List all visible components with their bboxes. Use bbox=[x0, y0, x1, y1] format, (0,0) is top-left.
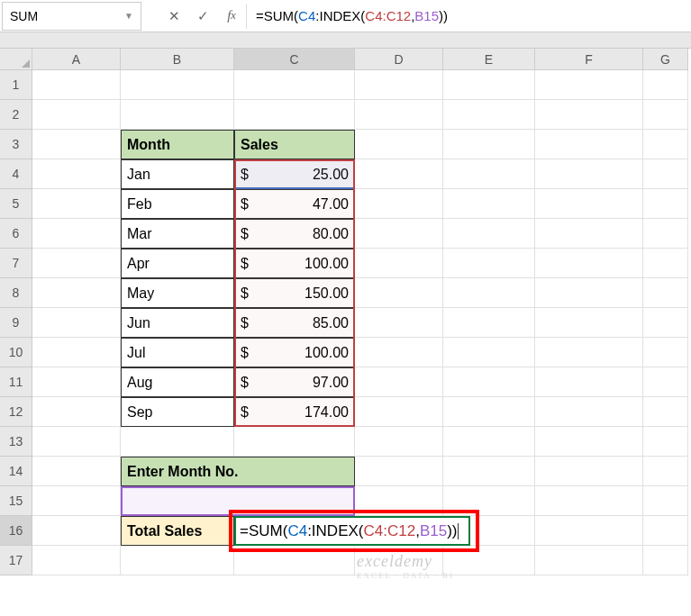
cell-G2[interactable] bbox=[643, 100, 688, 130]
cell-B16[interactable]: Total Sales bbox=[121, 516, 234, 546]
cell-C7[interactable]: $100.00 bbox=[234, 249, 355, 278]
cell-E17[interactable] bbox=[443, 546, 535, 575]
cell-D1[interactable] bbox=[355, 70, 443, 100]
cell-C13[interactable] bbox=[234, 427, 355, 457]
cell-A4[interactable] bbox=[32, 159, 121, 189]
cell-E10[interactable] bbox=[443, 338, 535, 367]
cell-D3[interactable] bbox=[355, 130, 443, 159]
cell-D12[interactable] bbox=[355, 397, 443, 427]
cell-C12[interactable]: $174.00 bbox=[234, 397, 355, 427]
cell-F14[interactable] bbox=[535, 457, 643, 486]
cell-A8[interactable] bbox=[32, 278, 121, 308]
cell-E2[interactable] bbox=[443, 100, 535, 130]
cell-G13[interactable] bbox=[643, 427, 688, 457]
row-header-1[interactable]: 1 bbox=[0, 70, 32, 100]
cell-B5[interactable]: Feb bbox=[121, 189, 234, 219]
cell-C3[interactable]: Sales bbox=[234, 130, 355, 159]
cell-E15[interactable] bbox=[443, 486, 535, 516]
cell-F6[interactable] bbox=[535, 219, 643, 249]
cell-F1[interactable] bbox=[535, 70, 643, 100]
col-header-D[interactable]: D bbox=[355, 49, 443, 70]
cell-B8[interactable]: May bbox=[121, 278, 234, 308]
cell-D15[interactable] bbox=[355, 486, 443, 516]
cell-B4[interactable]: Jan bbox=[121, 159, 234, 189]
cell-C8[interactable]: $150.00 bbox=[234, 278, 355, 308]
namebox-dropdown-icon[interactable]: ▼ bbox=[124, 11, 133, 21]
row-header-9[interactable]: 9 bbox=[0, 308, 32, 338]
col-header-F[interactable]: F bbox=[535, 49, 643, 70]
col-header-A[interactable]: A bbox=[32, 49, 121, 70]
formula-bar-input[interactable]: =SUM(C4:INDEX(C4:C12,B15)) bbox=[246, 4, 691, 29]
cell-G8[interactable] bbox=[643, 278, 688, 308]
row-header-3[interactable]: 3 bbox=[0, 130, 32, 159]
select-all-button[interactable] bbox=[0, 49, 32, 70]
cell-A14[interactable] bbox=[32, 457, 121, 486]
cell-C1[interactable] bbox=[234, 70, 355, 100]
cell-B6[interactable]: Mar bbox=[121, 219, 234, 249]
cell-C5[interactable]: $47.00 bbox=[234, 189, 355, 219]
cell-F11[interactable] bbox=[535, 367, 643, 397]
cell-B7[interactable]: Apr bbox=[121, 249, 234, 278]
cell-F2[interactable] bbox=[535, 100, 643, 130]
fx-button[interactable]: fx bbox=[217, 4, 246, 29]
row-header-5[interactable]: 5 bbox=[0, 189, 32, 219]
cell-D13[interactable] bbox=[355, 427, 443, 457]
cell-G11[interactable] bbox=[643, 367, 688, 397]
cell-C6[interactable]: $80.00 bbox=[234, 219, 355, 249]
row-header-4[interactable]: 4 bbox=[0, 159, 32, 189]
cell-F12[interactable] bbox=[535, 397, 643, 427]
cell-E5[interactable] bbox=[443, 189, 535, 219]
cell-F10[interactable] bbox=[535, 338, 643, 367]
cell-B12[interactable]: Sep bbox=[121, 397, 234, 427]
cell-A1[interactable] bbox=[32, 70, 121, 100]
cell-A3[interactable] bbox=[32, 130, 121, 159]
cell-E1[interactable] bbox=[443, 70, 535, 100]
cell-D14[interactable] bbox=[355, 457, 443, 486]
cell-A6[interactable] bbox=[32, 219, 121, 249]
cell-G16[interactable] bbox=[643, 516, 688, 546]
row-header-14[interactable]: 14 bbox=[0, 457, 32, 486]
cell-E12[interactable] bbox=[443, 397, 535, 427]
cell-A15[interactable] bbox=[32, 486, 121, 516]
col-header-G[interactable]: G bbox=[643, 49, 688, 70]
cell-G17[interactable] bbox=[643, 546, 688, 575]
cell-E11[interactable] bbox=[443, 367, 535, 397]
row-header-13[interactable]: 13 bbox=[0, 427, 32, 457]
cell-G3[interactable] bbox=[643, 130, 688, 159]
cell-G1[interactable] bbox=[643, 70, 688, 100]
cell-A9[interactable] bbox=[32, 308, 121, 338]
row-header-8[interactable]: 8 bbox=[0, 278, 32, 308]
cell-F13[interactable] bbox=[535, 427, 643, 457]
cell-A13[interactable] bbox=[32, 427, 121, 457]
cell-E7[interactable] bbox=[443, 249, 535, 278]
cell-E6[interactable] bbox=[443, 219, 535, 249]
cell-C9[interactable]: $85.00 bbox=[234, 308, 355, 338]
cell-D4[interactable] bbox=[355, 159, 443, 189]
cell-F9[interactable] bbox=[535, 308, 643, 338]
name-box[interactable]: SUM ▼ bbox=[2, 2, 141, 31]
cell-A11[interactable] bbox=[32, 367, 121, 397]
row-header-12[interactable]: 12 bbox=[0, 397, 32, 427]
row-header-17[interactable]: 17 bbox=[0, 546, 32, 575]
cell-C17[interactable] bbox=[234, 546, 355, 575]
row-header-16[interactable]: 16 bbox=[0, 516, 32, 546]
cell-B10[interactable]: Jul bbox=[121, 338, 234, 367]
cell-B13[interactable] bbox=[121, 427, 234, 457]
cell-D7[interactable] bbox=[355, 249, 443, 278]
cell-B1[interactable] bbox=[121, 70, 234, 100]
cell-F17[interactable] bbox=[535, 546, 643, 575]
cell-D5[interactable] bbox=[355, 189, 443, 219]
cell-A17[interactable] bbox=[32, 546, 121, 575]
cell-B14[interactable]: Enter Month No. bbox=[121, 457, 355, 486]
cell-F8[interactable] bbox=[535, 278, 643, 308]
cell-G6[interactable] bbox=[643, 219, 688, 249]
cell-A5[interactable] bbox=[32, 189, 121, 219]
cell-A7[interactable] bbox=[32, 249, 121, 278]
cell-B17[interactable] bbox=[121, 546, 234, 575]
cancel-button[interactable]: ✕ bbox=[159, 4, 188, 29]
cell-editor[interactable]: =SUM(C4:INDEX(C4:C12,B15)) bbox=[234, 516, 470, 546]
cell-C4[interactable]: $25.00 bbox=[234, 159, 355, 189]
cell-C10[interactable]: $100.00 bbox=[234, 338, 355, 367]
cell-A2[interactable] bbox=[32, 100, 121, 130]
enter-button[interactable]: ✓ bbox=[188, 4, 217, 29]
